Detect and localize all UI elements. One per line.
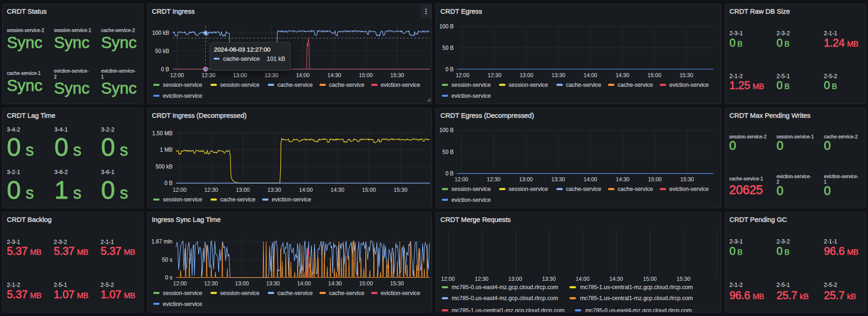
svg-text:mc785-0.us-east4-mz.gcp.cloud.: mc785-0.us-east4-mz.gcp.cloud.rlrcp.com xyxy=(452,295,558,301)
svg-text:100 B: 100 B xyxy=(439,23,454,30)
svg-text:CRDT Merge Requests: CRDT Merge Requests xyxy=(440,216,511,223)
svg-text:session-service-2: session-service-2 xyxy=(7,27,44,33)
svg-text:cache-service: cache-service xyxy=(329,290,364,296)
svg-text:50 kB: 50 kB xyxy=(155,48,169,54)
svg-text:1.07: 1.07 xyxy=(54,288,75,300)
svg-text:eviction-service-: eviction-service- xyxy=(54,68,89,74)
svg-text:13:00: 13:00 xyxy=(233,72,247,79)
svg-text:kB: kB xyxy=(847,292,856,301)
svg-text:session-service: session-service xyxy=(163,290,202,296)
svg-text:25.7: 25.7 xyxy=(777,289,797,301)
svg-text:CRDT Raw DB Size: CRDT Raw DB Size xyxy=(729,7,790,15)
svg-text:0: 0 xyxy=(777,245,782,257)
svg-text:2-5-1: 2-5-1 xyxy=(777,282,790,288)
svg-text:B: B xyxy=(784,82,789,91)
svg-text:MB: MB xyxy=(753,292,764,301)
svg-text:session-service: session-service xyxy=(220,82,259,88)
svg-text:50 B: 50 B xyxy=(442,149,454,155)
svg-text:CRDT Egress (Decompressed): CRDT Egress (Decompressed) xyxy=(440,111,534,119)
svg-text:CRDT Ingress (Decompressed): CRDT Ingress (Decompressed) xyxy=(152,111,246,119)
svg-text:3-6-2: 3-6-2 xyxy=(54,169,68,175)
svg-text:0: 0 xyxy=(729,139,736,153)
svg-text:15:30: 15:30 xyxy=(680,176,694,183)
svg-text:eviction-service: eviction-service xyxy=(381,290,420,296)
svg-text:B: B xyxy=(784,248,789,257)
svg-text:Sync: Sync xyxy=(54,33,90,51)
svg-text:0: 0 xyxy=(7,133,21,161)
svg-text:cache-service: cache-service xyxy=(220,196,255,203)
svg-text:0: 0 xyxy=(824,184,831,198)
svg-text:14:00: 14:00 xyxy=(296,72,310,79)
svg-text:s: s xyxy=(73,141,81,159)
svg-text:2-1-2: 2-1-2 xyxy=(729,282,743,288)
svg-text:96.6: 96.6 xyxy=(729,289,750,301)
svg-text:15:00: 15:00 xyxy=(643,276,657,282)
svg-text:15:00: 15:00 xyxy=(362,187,376,193)
svg-text:1.07: 1.07 xyxy=(101,288,121,300)
svg-text:MB: MB xyxy=(847,40,858,48)
svg-text:eviction-service-: eviction-service- xyxy=(101,68,136,74)
svg-text:15:00: 15:00 xyxy=(359,72,373,79)
svg-text:13:00: 13:00 xyxy=(520,72,533,79)
svg-text:0: 0 xyxy=(824,79,830,91)
svg-text:CRDT Backlog: CRDT Backlog xyxy=(7,216,52,223)
svg-text:session-service: session-service xyxy=(509,82,548,88)
svg-text:2024-06-03 12:27:00: 2024-06-03 12:27:00 xyxy=(214,46,270,53)
svg-text:13:30: 13:30 xyxy=(266,280,280,287)
svg-text:1.24: 1.24 xyxy=(824,37,845,49)
svg-text:1 MB: 1 MB xyxy=(160,147,172,153)
svg-text:2-3-1: 2-3-1 xyxy=(729,30,743,37)
svg-text:13:30: 13:30 xyxy=(551,176,565,183)
svg-text:MB: MB xyxy=(847,248,858,257)
svg-text:mc785-0.us-east4-mz.gcp.cloud.: mc785-0.us-east4-mz.gcp.cloud.rlrcp.com xyxy=(452,284,558,290)
svg-text:0: 0 xyxy=(729,37,735,49)
svg-text:2-3-1: 2-3-1 xyxy=(729,238,743,245)
svg-text:12:00: 12:00 xyxy=(455,72,469,79)
svg-text:MB: MB xyxy=(77,248,88,257)
svg-text:cache-service: cache-service xyxy=(618,82,653,88)
svg-text:20625: 20625 xyxy=(729,183,763,197)
svg-text:2-1-2: 2-1-2 xyxy=(7,282,20,288)
svg-text:kB: kB xyxy=(800,292,809,301)
svg-text:0: 0 xyxy=(729,245,735,257)
svg-text:1.50 MB: 1.50 MB xyxy=(152,130,173,137)
svg-text:12:30: 12:30 xyxy=(202,72,215,79)
svg-text:15:00: 15:00 xyxy=(648,176,662,183)
svg-text:0: 0 xyxy=(777,79,782,91)
svg-text:5.37: 5.37 xyxy=(54,245,75,257)
svg-text:0: 0 xyxy=(777,184,783,198)
svg-text:session-service: session-service xyxy=(451,186,491,192)
svg-text:cache-service: cache-service xyxy=(566,186,601,192)
svg-text:B: B xyxy=(784,40,789,48)
svg-text:0: 0 xyxy=(101,176,115,204)
svg-text:14:00: 14:00 xyxy=(297,280,311,287)
svg-text:3-4-1: 3-4-1 xyxy=(54,126,68,133)
svg-text:B: B xyxy=(832,82,837,91)
svg-text:cache-service-1: cache-service-1 xyxy=(729,176,763,181)
svg-text:CRDT Lag Time: CRDT Lag Time xyxy=(7,111,55,119)
svg-text:eviction-service: eviction-service xyxy=(163,301,202,307)
svg-text:eviction-service: eviction-service xyxy=(670,82,709,88)
svg-text:cache-service: cache-service xyxy=(223,55,260,62)
svg-text:s: s xyxy=(26,141,34,159)
svg-text:session-service: session-service xyxy=(220,290,259,296)
svg-text:eviction-service: eviction-service xyxy=(451,197,491,203)
svg-text:0: 0 xyxy=(54,133,69,161)
svg-text:s: s xyxy=(120,141,128,159)
svg-text:15:30: 15:30 xyxy=(677,276,691,282)
svg-text:12:30: 12:30 xyxy=(475,276,488,282)
svg-text:1: 1 xyxy=(101,74,104,79)
svg-text:5.37: 5.37 xyxy=(7,245,27,257)
svg-text:15:30: 15:30 xyxy=(394,187,407,193)
svg-text:2-1-1: 2-1-1 xyxy=(824,30,837,37)
svg-text:14:30: 14:30 xyxy=(616,176,629,183)
svg-text:100 kB: 100 kB xyxy=(152,30,169,36)
svg-text:15:00: 15:00 xyxy=(359,280,373,287)
svg-text:0: 0 xyxy=(101,133,115,161)
svg-text:3-4-2: 3-4-2 xyxy=(7,126,20,133)
svg-text:96.6: 96.6 xyxy=(824,245,845,257)
svg-text:2-3-2: 2-3-2 xyxy=(777,30,790,37)
svg-text:MB: MB xyxy=(124,291,135,300)
svg-text:MB: MB xyxy=(30,248,42,257)
svg-text:0: 0 xyxy=(777,37,782,49)
